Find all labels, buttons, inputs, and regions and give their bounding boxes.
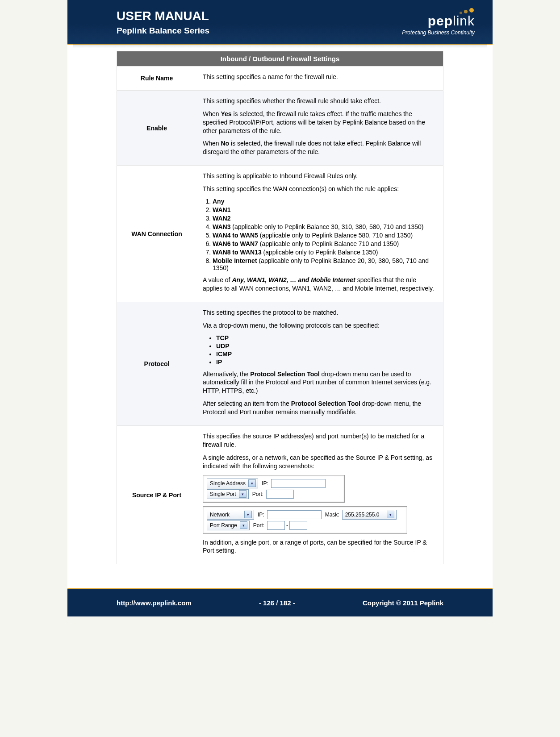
wan-p2: This setting specifies the WAN connectio… [203,185,437,193]
enable-p1: This setting specifies whether the firew… [203,97,437,105]
port-to-input [289,521,307,530]
protocol-p2: Via a drop-down menu, the following prot… [203,321,437,330]
table-heading: Inbound / Outbound Firewall Settings [117,51,443,67]
wan-li2: WAN1 [213,206,437,213]
wan-li5: WAN4 to WAN5 (applicable only to Peplink… [213,232,437,239]
select-address-type: Single Address▾ [207,479,258,488]
port-from-input [267,521,285,530]
wan-p3: A value of Any, WAN1, WAN2, … and Mobile… [203,276,437,293]
logo-text-prefix: pep [428,13,453,28]
row-label-rule-name: Rule Name [117,67,197,91]
range-dash: - [286,522,288,529]
row-label-enable: Enable [117,90,197,165]
select-mask: 255.255.255.0▾ [342,510,397,520]
select-address-type: Network▾ [207,510,254,520]
protocol-li1: TCP [216,334,437,341]
ip-input [267,510,322,519]
source-p3: In addition, a single port, or a range o… [203,538,437,555]
screenshot-single: Single Address▾ IP: Single Port▾ Port: [203,475,345,503]
chevron-down-icon: ▾ [387,511,394,518]
enable-p2: When Yes is selected, the firewall rule … [203,110,437,135]
port-input [266,490,294,499]
chevron-down-icon: ▾ [239,490,247,498]
mask-label: Mask: [325,512,339,518]
row-label-wan: WAN Connection [117,166,197,302]
row-label-protocol: Protocol [117,302,197,425]
wan-li4: WAN3 (applicable only to Peplink Balance… [213,223,437,230]
protocol-p1: This setting specifies the protocol to b… [203,308,437,317]
ip-label: IP: [258,512,264,518]
wan-li7: WAN8 to WAN13 (applicable only to Peplin… [213,249,437,256]
row-label-source: Source IP & Port [117,426,197,564]
brand-logo: peplink Protecting Business Continuity [402,9,475,36]
source-p2: A single address, or a network, can be s… [203,454,437,471]
wan-li8: Mobile Internet (applicable only to Pepl… [213,257,437,271]
doc-title: USER MANUAL [117,9,209,23]
ip-input [271,479,326,488]
logo-text-suffix: link [453,13,475,28]
chevron-down-icon: ▾ [248,479,256,487]
port-label: Port: [253,522,264,529]
doc-subtitle: Peplink Balance Series [117,26,209,36]
page-header: USER MANUAL Peplink Balance Series pepli… [67,0,493,45]
protocol-p3: Alternatively, the Protocol Selection To… [203,370,437,396]
screenshot-network: Network▾ IP: Mask: 255.255.255.0▾ Port R… [203,506,407,534]
logo-tagline: Protecting Business Continuity [402,29,475,36]
wan-li3: WAN2 [213,215,437,222]
wan-li1: Any [213,198,437,205]
source-p1: This specifies the source IP address(es)… [203,432,437,449]
firewall-settings-table: Inbound / Outbound Firewall Settings Rul… [117,51,443,564]
port-label: Port: [252,491,263,497]
ip-label: IP: [262,480,268,487]
wan-li6: WAN6 to WAN7 (applicable only to Peplink… [213,240,437,247]
footer-url: http://www.peplink.com [117,599,192,607]
select-port-type: Port Range▾ [207,520,250,530]
enable-p3: When No is selected, the firewall rule d… [203,139,437,156]
footer-copyright: Copyright © 2011 Peplink [363,599,443,607]
footer-page: - 126 / 182 - [259,599,295,607]
chevron-down-icon: ▾ [244,511,252,518]
protocol-li2: UDP [216,342,437,350]
rule-name-desc: This setting specifies a name for the fi… [203,73,437,81]
select-port-type: Single Port▾ [207,489,249,499]
logo-dots-icon [402,9,475,13]
protocol-p4: After selecting an item from the Protoco… [203,400,437,416]
wan-p1: This setting is applicable to Inbound Fi… [203,172,437,180]
protocol-li3: ICMP [216,350,437,358]
chevron-down-icon: ▾ [240,521,247,529]
protocol-li4: IP [216,358,437,366]
page-footer: http://www.peplink.com - 126 / 182 - Cop… [67,588,493,616]
